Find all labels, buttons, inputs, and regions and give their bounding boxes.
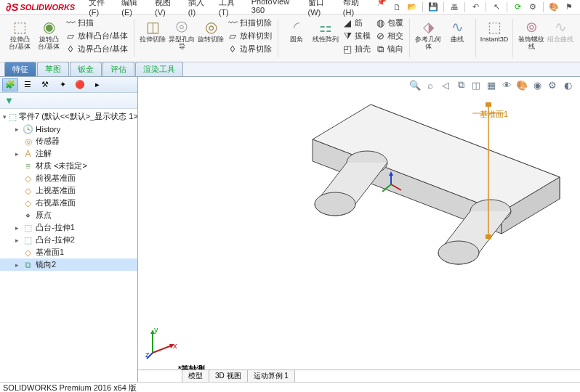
- tree-plane1[interactable]: ◇ 基准面1: [0, 246, 137, 258]
- tree-top-plane[interactable]: ◇ 上视基准面: [0, 184, 137, 197]
- dimxpert-tab-icon[interactable]: ✦: [55, 78, 71, 91]
- tree-filter-bar: ▼: [0, 93, 137, 109]
- expander-icon[interactable]: ▸: [13, 150, 20, 158]
- zoom-fit-icon[interactable]: 🔍: [408, 78, 422, 91]
- view-triad-icon: y x z: [145, 324, 182, 360]
- shell-button[interactable]: ◰抽壳: [340, 43, 373, 55]
- tree-history[interactable]: ▸ 🕓 History: [0, 123, 137, 135]
- btab-motion[interactable]: 运动算例 1: [248, 370, 295, 382]
- rebuild-icon[interactable]: ⟳: [511, 1, 524, 13]
- print-icon[interactable]: 🖶: [448, 1, 461, 13]
- expander-icon[interactable]: ▾: [3, 113, 7, 121]
- section-view-icon[interactable]: ⧉: [454, 78, 467, 91]
- config-manager-tab-icon[interactable]: ⚒: [37, 78, 53, 91]
- revolve-cut-button[interactable]: ◎ 旋转切除: [196, 17, 225, 55]
- solidworks-logo-icon: ∂S: [6, 1, 18, 13]
- undo-icon[interactable]: ↶: [469, 1, 482, 13]
- edit-appearance-icon[interactable]: 🎨: [515, 78, 528, 91]
- svg-text:x: x: [173, 341, 177, 350]
- new-doc-icon[interactable]: 🗋: [390, 1, 403, 13]
- tree-material[interactable]: ≡ 材质 <未指定>: [0, 160, 137, 172]
- zoom-area-icon[interactable]: ⌕: [424, 78, 437, 91]
- tree-boss1[interactable]: ▸ ⬚ 凸台-拉伸1: [0, 221, 137, 234]
- tree-sensors[interactable]: ◎ 传感器: [0, 135, 137, 147]
- tree-front-plane[interactable]: ◇ 前视基准面: [0, 172, 137, 184]
- tree-mirror2[interactable]: ▸ ⧉ 镜向2: [0, 258, 137, 271]
- quick-access-toolbar: 🗋 📂 💾 🖶 ↶ ↖ ⟳ ⚙ 🎨 ⚑: [390, 1, 580, 13]
- history-icon: 🕓: [23, 123, 33, 134]
- sweep-cut-button[interactable]: 〰扫描切除: [225, 17, 274, 29]
- thread-button[interactable]: ⊚ 装饰螺纹线: [517, 17, 546, 52]
- material-icon: ≡: [23, 160, 33, 171]
- view-orientation-icon[interactable]: ◫: [470, 78, 483, 91]
- btab-model[interactable]: 模型: [182, 370, 209, 382]
- ref-geom-icon: ⬗: [419, 17, 438, 36]
- draft-button[interactable]: ⧩拔模: [340, 30, 373, 42]
- extrude-cut-icon: ◫: [143, 17, 162, 36]
- render-preview-icon[interactable]: ◐: [561, 78, 574, 91]
- rib-button[interactable]: ◢筋: [340, 17, 373, 29]
- curves-icon: ∿: [448, 17, 467, 36]
- boundary-cut-button[interactable]: ◊边界切除: [225, 43, 274, 55]
- loft-boss-button[interactable]: ▱放样凸台/基体: [63, 30, 130, 42]
- curves-button[interactable]: ∿ 曲线: [443, 17, 472, 52]
- hole-wizard-button[interactable]: ⦾ 异型孔向导: [167, 17, 196, 55]
- tree-right-plane[interactable]: ◇ 右视基准面: [0, 197, 137, 209]
- ref-geom-button[interactable]: ⬗ 参考几何体: [414, 17, 443, 52]
- filter-icon[interactable]: ▼: [4, 95, 14, 106]
- select-icon[interactable]: ↖: [490, 1, 503, 13]
- shell-icon: ◰: [342, 44, 353, 54]
- fillet-button[interactable]: ◜ 圆角: [282, 17, 311, 55]
- intersect-button[interactable]: ⊘相交: [373, 30, 406, 42]
- boundary-icon: ◊: [65, 44, 76, 54]
- instant3d-button[interactable]: ⬚ Instant3D: [480, 17, 509, 44]
- status-text: SOLIDWORKS Premium 2016 x64 版: [3, 383, 137, 392]
- appearance-icon[interactable]: 🎨: [547, 1, 560, 13]
- app-name: SOLIDWORKS: [20, 3, 75, 12]
- expander-icon[interactable]: ▸: [13, 261, 20, 269]
- expander-icon[interactable]: ▸: [13, 224, 20, 232]
- tree-annotations[interactable]: ▸ A 注解: [0, 147, 137, 160]
- sensors-icon: ◎: [23, 136, 33, 147]
- rib-icon: ◢: [342, 18, 353, 28]
- tree-origin[interactable]: ⌖ 原点: [0, 209, 137, 221]
- options-icon[interactable]: ⚙: [526, 1, 539, 13]
- tree-boss2[interactable]: ▸ ⬚ 凸台-拉伸2: [0, 234, 137, 246]
- appearance-tab-icon[interactable]: 🔴: [72, 78, 88, 91]
- revolve-boss-button[interactable]: ◉ 旋转凸台/基体: [34, 17, 63, 55]
- wrap-button[interactable]: ◍包覆: [373, 17, 406, 29]
- btab-3dview[interactable]: 3D 视图: [209, 370, 248, 382]
- hide-show-icon[interactable]: 👁: [500, 78, 513, 91]
- display-style-icon[interactable]: ▦: [485, 78, 498, 91]
- hole-wizard-icon: ⦾: [172, 17, 191, 36]
- save-icon[interactable]: 💾: [427, 1, 440, 13]
- view-settings-icon[interactable]: ⚙: [546, 78, 559, 91]
- open-doc-icon[interactable]: 📂: [406, 1, 419, 13]
- feature-manager-tab-icon[interactable]: 🧩: [2, 78, 18, 91]
- mirror-button[interactable]: ⧉镜向: [373, 43, 406, 55]
- tree-root[interactable]: ▾ ⬚ 零件7 (默认<<默认>_显示状态 1>): [0, 110, 137, 123]
- extrude-boss-button[interactable]: ⬚ 拉伸凸台/基体: [5, 17, 34, 55]
- flag-icon[interactable]: ⚑: [563, 1, 576, 13]
- tab-evaluate[interactable]: 评估: [102, 62, 134, 76]
- expander-icon[interactable]: ▸: [13, 237, 20, 244]
- heads-up-view-toolbar: 🔍 ⌕ ◁ ⧉ ◫ ▦ 👁 🎨 ◉ ⚙ ◐: [408, 78, 574, 91]
- boss-icon: ⬚: [23, 222, 33, 233]
- previous-view-icon[interactable]: ◁: [439, 78, 452, 91]
- linear-pattern-button[interactable]: ⚏ 线性阵列: [311, 17, 340, 55]
- graphics-viewport[interactable]: 🔍 ⌕ ◁ ⧉ ◫ ▦ 👁 🎨 ◉ ⚙ ◐: [138, 77, 580, 382]
- tab-sheet-metal[interactable]: 钣金: [70, 62, 102, 76]
- svg-line-16: [382, 184, 391, 192]
- expand-tab-icon[interactable]: ▸: [89, 78, 105, 91]
- apply-scene-icon[interactable]: ◉: [531, 78, 544, 91]
- boundary-boss-button[interactable]: ◊边界凸台/基体: [63, 43, 130, 55]
- tab-sketch[interactable]: 草图: [37, 62, 69, 76]
- expander-icon[interactable]: ▸: [13, 126, 20, 133]
- extrude-cut-button[interactable]: ◫ 拉伸切除: [138, 17, 167, 55]
- tab-feature[interactable]: 特征: [4, 62, 36, 76]
- tab-render[interactable]: 渲染工具: [135, 62, 183, 76]
- extrude-boss-icon: ⬚: [10, 17, 29, 36]
- property-manager-tab-icon[interactable]: ☰: [20, 78, 36, 91]
- sweep-button[interactable]: 〰扫描: [63, 17, 130, 29]
- loft-cut-button[interactable]: ▱放样切割: [225, 30, 274, 42]
